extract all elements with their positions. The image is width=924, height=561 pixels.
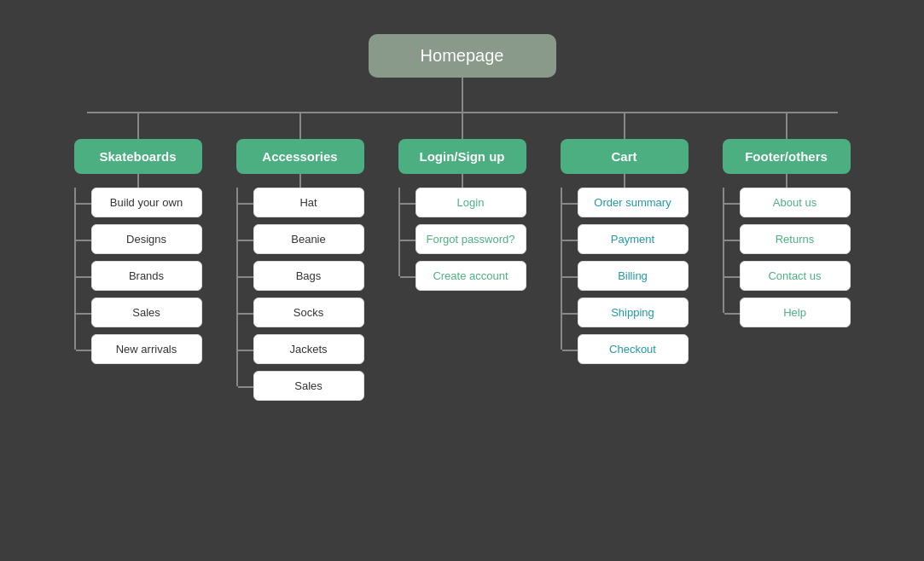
- v-connector-skateboards: [137, 113, 139, 139]
- column-footer-others: Footer/othersAbout usReturnsContact usHe…: [718, 113, 855, 408]
- item-skateboards-0[interactable]: Build your own: [91, 188, 202, 217]
- v-connector-login-signup: [462, 113, 463, 139]
- item-cart-3[interactable]: Shipping: [578, 298, 689, 327]
- item-footer-others-0[interactable]: About us: [740, 188, 851, 217]
- item-cart-2[interactable]: Billing: [578, 261, 689, 291]
- item-login-signup-2[interactable]: Create account: [416, 261, 526, 291]
- list-item: Billing: [578, 261, 689, 291]
- homepage-node[interactable]: Homepage: [369, 34, 556, 78]
- items-list-cart: Order summaryPaymentBillingShippingCheck…: [561, 188, 689, 371]
- list-item: Login: [416, 188, 526, 217]
- list-item: Checkout: [578, 334, 689, 364]
- v-connector-accessories: [299, 113, 301, 139]
- items-list-login-signup: LoginForgot password?Create account: [398, 188, 526, 298]
- list-item: Bags: [253, 261, 364, 291]
- item-cart-0[interactable]: Order summary: [578, 188, 689, 217]
- list-item: Forgot password?: [416, 224, 526, 254]
- v-connector-footer-others: [786, 113, 787, 139]
- item-accessories-3[interactable]: Socks: [253, 298, 364, 327]
- list-item: New arrivals: [91, 334, 202, 364]
- list-item: Order summary: [578, 188, 689, 217]
- list-item: Socks: [253, 298, 364, 327]
- col-header-login-signup[interactable]: Login/Sign up: [398, 139, 526, 174]
- column-skateboards: SkateboardsBuild your ownDesignsBrandsSa…: [70, 113, 206, 408]
- col-header-skateboards[interactable]: Skateboards: [74, 139, 202, 174]
- column-login-signup: Login/Sign upLoginForgot password?Create…: [394, 113, 531, 408]
- column-cart: CartOrder summaryPaymentBillingShippingC…: [556, 113, 693, 408]
- items-list-skateboards: Build your ownDesignsBrandsSalesNew arri…: [74, 188, 202, 371]
- col-header-footer-others[interactable]: Footer/others: [723, 139, 851, 174]
- list-item: Designs: [91, 224, 202, 254]
- list-item: Help: [740, 298, 851, 327]
- list-item: Returns: [740, 224, 851, 254]
- list-item: Brands: [91, 261, 202, 291]
- v-connector-cart: [624, 113, 625, 139]
- items-list-accessories: HatBeanieBagsSocksJacketsSales: [236, 188, 364, 408]
- items-v-connector-footer-others: [786, 174, 787, 188]
- item-cart-4[interactable]: Checkout: [578, 334, 689, 364]
- items-v-connector-cart: [624, 174, 625, 188]
- items-v-connector-login-signup: [462, 174, 463, 188]
- site-map-diagram: Homepage SkateboardsBuild your ownDesign…: [0, 34, 924, 408]
- root-connector: [462, 78, 463, 112]
- item-footer-others-3[interactable]: Help: [740, 298, 851, 327]
- item-cart-1[interactable]: Payment: [578, 224, 689, 254]
- item-footer-others-1[interactable]: Returns: [740, 224, 851, 254]
- columns-container: SkateboardsBuild your ownDesignsBrandsSa…: [36, 113, 889, 408]
- item-accessories-5[interactable]: Sales: [253, 371, 364, 401]
- list-item: Payment: [578, 224, 689, 254]
- item-skateboards-2[interactable]: Brands: [91, 261, 202, 291]
- item-accessories-4[interactable]: Jackets: [253, 334, 364, 364]
- item-login-signup-0[interactable]: Login: [416, 188, 526, 217]
- list-item: About us: [740, 188, 851, 217]
- item-footer-others-2[interactable]: Contact us: [740, 261, 851, 291]
- col-header-accessories[interactable]: Accessories: [236, 139, 364, 174]
- items-v-connector-skateboards: [137, 174, 139, 188]
- list-item: Build your own: [91, 188, 202, 217]
- list-item: Sales: [91, 298, 202, 327]
- col-header-cart[interactable]: Cart: [561, 139, 689, 174]
- item-login-signup-1[interactable]: Forgot password?: [416, 224, 526, 254]
- list-item: Sales: [253, 371, 364, 401]
- item-skateboards-4[interactable]: New arrivals: [91, 334, 202, 364]
- column-accessories: AccessoriesHatBeanieBagsSocksJacketsSale…: [232, 113, 369, 408]
- list-item: Jackets: [253, 334, 364, 364]
- list-item: Contact us: [740, 261, 851, 291]
- list-item: Beanie: [253, 224, 364, 254]
- items-v-connector-accessories: [299, 174, 301, 188]
- item-accessories-1[interactable]: Beanie: [253, 224, 364, 254]
- item-accessories-0[interactable]: Hat: [253, 188, 364, 217]
- item-skateboards-1[interactable]: Designs: [91, 224, 202, 254]
- items-list-footer-others: About usReturnsContact usHelp: [723, 188, 851, 334]
- list-item: Hat: [253, 188, 364, 217]
- item-skateboards-3[interactable]: Sales: [91, 298, 202, 327]
- list-item: Shipping: [578, 298, 689, 327]
- item-accessories-2[interactable]: Bags: [253, 261, 364, 291]
- list-item: Create account: [416, 261, 526, 291]
